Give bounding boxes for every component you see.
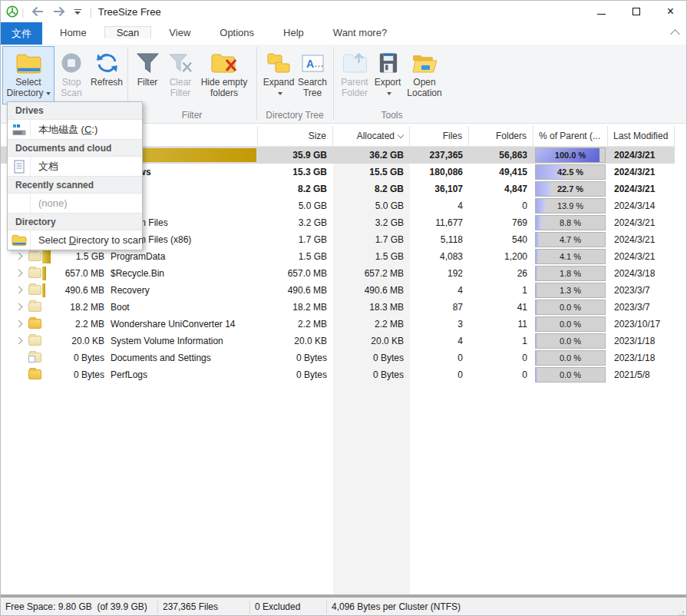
tab-file[interactable]: 文件 [1, 22, 42, 45]
table-row[interactable]: 0 BytesPerfLogs0 Bytes0 Bytes000.0 %2021… [1, 366, 675, 383]
menu-item--[interactable]: 文档 [8, 157, 142, 176]
size-cell: 18.2 MB [258, 299, 333, 316]
menu-item--c-[interactable]: 本地磁盘 (C:) [8, 120, 142, 139]
refresh-icon [95, 49, 119, 77]
export-button[interactable]: Export [371, 46, 405, 104]
ribbon-group-separator [256, 47, 257, 120]
expand-chevron-icon[interactable] [15, 286, 23, 294]
table-row[interactable]: 2.2 MBWondershare UniConverter 142.2 MB2… [1, 316, 675, 333]
sort-indicator-icon [398, 132, 404, 138]
expand-chevron-icon[interactable] [15, 303, 23, 311]
row-name: Documents and Settings [111, 349, 211, 366]
allocated-cell: 20.0 KB [333, 333, 410, 349]
close-icon: × [667, 5, 674, 18]
last-modified-cell: 2023/3/7 [608, 282, 675, 299]
expand-chevron-icon[interactable] [15, 337, 23, 345]
filter-label: Filter [137, 77, 158, 88]
back-icon[interactable] [31, 5, 45, 18]
search-tree-button[interactable]: A…SearchTree [296, 46, 329, 104]
select-directory-label-2: Directory [6, 88, 50, 98]
expand-chevron-icon[interactable] [15, 253, 23, 260]
allocated-cell: 15.5 GB [333, 164, 410, 180]
title-bar: | | TreeSize Free × [1, 1, 687, 22]
table-row[interactable]: 18.2 MBBoot18.2 MB18.3 MB87410.0 %2023/3… [1, 299, 675, 316]
open-location-label: Open [413, 77, 435, 88]
search-tree-label-2: Tree [303, 88, 322, 98]
column-header-last-modified[interactable]: Last Modified [608, 126, 675, 146]
filter-button[interactable]: Filter [131, 46, 163, 104]
row-size-prefix: 490.6 MB [47, 282, 104, 299]
status-item: 4,096 Bytes per Cluster (NTFS) [327, 601, 542, 614]
table-row[interactable]: 0 BytesDocuments and Settings0 Bytes0 By… [1, 349, 675, 366]
filter-icon [136, 49, 160, 77]
ribbon-group-label-directory-tree: Directory Tree [256, 110, 333, 122]
tab-want-more-[interactable]: Want more? [322, 27, 398, 38]
percent-label: 0.0 % [536, 300, 605, 314]
folder-icon [28, 319, 41, 329]
parent-folder-label-2: Folder [342, 88, 368, 98]
tab-options[interactable]: Options [208, 27, 266, 38]
table-row[interactable]: 20.0 KBSystem Volume Information20.0 KB2… [1, 333, 675, 349]
hide-empty-folders-button[interactable]: Hide emptyfolders [193, 46, 256, 104]
column-header--of-parent-[interactable]: % of Parent (... [533, 126, 608, 146]
column-header-folders[interactable]: Folders [469, 126, 533, 146]
open-location-button[interactable]: OpenLocation [401, 46, 448, 104]
folder-icon [28, 251, 41, 261]
ribbon-group-separator [333, 47, 334, 120]
column-header-size[interactable]: Size [258, 126, 333, 146]
name-cell: 490.6 MBRecovery [1, 282, 258, 299]
app-logo-icon [6, 5, 18, 18]
parent-folder-button[interactable]: ParentFolder [337, 46, 372, 104]
stop-scan-button[interactable]: StopScan [56, 46, 87, 104]
maximize-button[interactable] [619, 1, 653, 22]
allocated-cell: 490.6 MB [333, 282, 410, 299]
expand-chevron-icon[interactable] [15, 320, 23, 328]
open-location-icon [411, 49, 438, 77]
percent-label: 4.7 % [536, 233, 605, 247]
ribbon-group-label-filter: Filter [127, 110, 256, 122]
parent-folder-label: Parent [341, 77, 368, 88]
table-row[interactable]: 1.5 GBProgramData1.5 GB1.5 GB4,0831,2004… [1, 248, 675, 265]
percent-bar: 22.7 % [535, 181, 606, 197]
hide-empty-folders-icon [211, 49, 237, 77]
refresh-button[interactable]: Refresh [87, 46, 127, 104]
percent-bar: 42.5 % [535, 164, 606, 180]
size-cell: 15.3 GB [258, 164, 333, 180]
last-modified-cell: 2021/5/8 [608, 366, 675, 383]
resize-grip-icon[interactable] [682, 611, 684, 613]
column-header-allocated[interactable]: Allocated [333, 126, 410, 146]
minimize-button[interactable] [584, 1, 619, 22]
forward-icon[interactable] [52, 5, 66, 18]
percent-label: 8.8 % [536, 216, 605, 230]
select-directory-dropdown-menu: Drives本地磁盘 (C:)Documents and cloud文档Rece… [7, 101, 143, 250]
row-size-prefix: 2.2 MB [47, 316, 104, 333]
export-icon [377, 49, 399, 77]
column-header-files[interactable]: Files [410, 126, 469, 146]
expand-chevron-icon[interactable] [15, 270, 23, 277]
tab-view[interactable]: View [157, 27, 202, 38]
files-cell: 4 [410, 282, 469, 299]
tab-help[interactable]: Help [272, 27, 315, 38]
size-cell: 20.0 KB [258, 333, 333, 349]
hide-empty-folders-label-2: folders [210, 88, 238, 98]
files-cell: 0 [410, 366, 469, 383]
percent-bar: 0.0 % [535, 316, 606, 332]
tab-home[interactable]: Home [48, 27, 98, 38]
collapse-ribbon-icon[interactable] [670, 29, 680, 39]
tab-scan[interactable]: Scan [104, 26, 152, 38]
clear-filter-label: Clear [170, 77, 192, 88]
expand-button[interactable]: Expand [260, 46, 297, 104]
quick-access-dropdown-icon[interactable] [74, 9, 81, 15]
folders-cell: 56,863 [469, 147, 533, 164]
table-row[interactable]: 490.6 MBRecovery490.6 MB490.6 MB411.3 %2… [1, 282, 675, 299]
menu-item-select-directory-to-scan[interactable]: Select Directory to scan [8, 230, 142, 250]
folders-cell: 4,847 [469, 180, 533, 197]
select-directory-button[interactable]: SelectDirectory [2, 46, 54, 104]
last-modified-cell: 2023/1/18 [608, 333, 675, 349]
table-row[interactable]: 657.0 MB$Recycle.Bin657.0 MB657.2 MB1922… [1, 265, 675, 282]
close-button[interactable]: × [653, 1, 687, 22]
drive-icon [8, 120, 31, 139]
row-size-prefix: 0 Bytes [47, 349, 104, 366]
percent-of-parent-cell: 0.0 % [533, 366, 608, 383]
dropdown-arrow-icon [278, 92, 282, 95]
